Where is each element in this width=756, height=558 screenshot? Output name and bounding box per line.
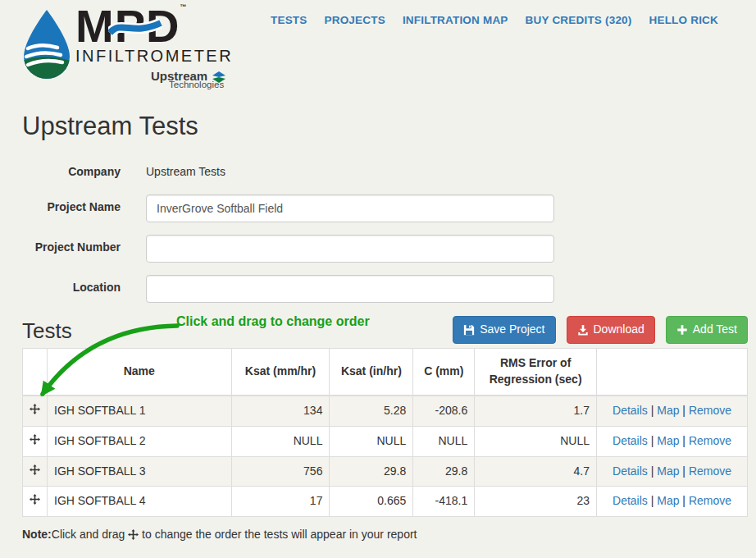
drag-handle[interactable] (23, 426, 48, 456)
row-actions: Details | Map | Remove (597, 396, 748, 426)
test-name: IGH SOFTBALL 3 (48, 456, 232, 487)
rms-value: NULL (475, 426, 597, 456)
company-label: Company (0, 159, 121, 178)
site-header: MPD™ INFILTROMETER Upstream Technolog (0, 0, 756, 92)
action-separator: | (651, 494, 654, 507)
ksat-in-value: 29.8 (330, 456, 413, 487)
c-mm-value: 29.8 (413, 456, 475, 487)
test-name: IGH SOFTBALL 4 (48, 487, 232, 517)
nav-infiltration-map[interactable]: INFILTRATION MAP (403, 14, 508, 26)
header-ksat-mm: Ksat (mm/hr) (231, 349, 330, 396)
ksat-mm-value: 17 (231, 487, 330, 517)
nav-tests[interactable]: TESTS (271, 14, 307, 26)
add-test-label: Add Test (693, 322, 737, 338)
rms-value: 1.7 (475, 396, 597, 426)
drag-order-annotation: Click and drag to change order (176, 314, 370, 329)
nav-projects[interactable]: PROJECTS (325, 14, 385, 26)
table-header-row: Name Ksat (mm/hr) Ksat (in/hr) C (mm) RM… (23, 349, 748, 396)
map-link[interactable]: Map (657, 434, 679, 447)
header-c-mm: C (mm) (413, 349, 475, 396)
rms-value: 4.7 (475, 456, 597, 487)
main-nav: TESTS PROJECTS INFILTRATION MAP BUY CRED… (271, 14, 718, 26)
row-actions: Details | Map | Remove (597, 426, 748, 456)
download-icon (577, 324, 589, 336)
move-icon (30, 434, 40, 445)
header-rms-error: RMS Error of Regression (sec) (475, 349, 597, 396)
company-value: Upstream Tests (146, 159, 225, 178)
remove-link[interactable]: Remove (689, 404, 731, 417)
note-label: Note: (22, 528, 52, 541)
details-link[interactable]: Details (613, 404, 648, 417)
nav-user-menu[interactable]: HELLO RICK (649, 14, 719, 26)
test-name: IGH SOFTBALL 2 (48, 426, 232, 456)
action-separator: | (651, 404, 654, 417)
tests-heading: Tests (22, 318, 72, 344)
move-icon (30, 464, 40, 475)
table-row: IGH SOFTBALL 1 134 5.28 -208.6 1.7 Detai… (23, 396, 748, 426)
map-link[interactable]: Map (657, 494, 679, 507)
note-text-before: Click and drag (52, 528, 125, 541)
add-test-button[interactable]: Add Test (666, 316, 748, 344)
move-icon (30, 404, 40, 414)
ksat-mm-value: NULL (231, 426, 330, 456)
row-actions: Details | Map | Remove (597, 456, 748, 487)
upstream-technologies-logo: Upstream Technologies (151, 69, 225, 89)
ksat-in-value: 5.28 (330, 396, 413, 426)
action-separator: | (682, 464, 685, 478)
save-project-label: Save Project (480, 322, 544, 338)
download-label: Download (594, 322, 644, 338)
remove-link[interactable]: Remove (689, 434, 731, 447)
page-title: Upstream Tests (22, 112, 756, 141)
drag-handle[interactable] (23, 456, 48, 487)
tests-table: Name Ksat (mm/hr) Ksat (in/hr) C (mm) RM… (22, 348, 748, 517)
header-handle (23, 349, 48, 396)
rms-value: 23 (475, 487, 597, 517)
test-name: IGH SOFTBALL 1 (48, 396, 232, 426)
location-label: Location (0, 275, 121, 303)
ksat-mm-value: 756 (231, 456, 330, 487)
note-text-after: to change the order the tests will appea… (142, 528, 417, 541)
c-mm-value: NULL (413, 426, 475, 456)
remove-link[interactable]: Remove (689, 464, 731, 478)
details-link[interactable]: Details (613, 434, 648, 447)
project-number-input[interactable] (146, 235, 554, 263)
project-name-input[interactable] (146, 194, 554, 222)
c-mm-value: -208.6 (413, 396, 475, 426)
project-name-label: Project Name (0, 194, 121, 222)
header-actions (597, 349, 748, 396)
action-separator: | (651, 464, 654, 478)
action-separator: | (682, 404, 685, 417)
header-name: Name (48, 349, 232, 396)
nav-buy-credits[interactable]: BUY CREDITS (320) (526, 14, 632, 26)
reorder-note: Note:Click and drag to change the order … (22, 528, 756, 541)
ksat-in-value: 0.665 (330, 487, 413, 517)
plus-icon (676, 324, 688, 336)
table-row: IGH SOFTBALL 3 756 29.8 29.8 4.7 Details… (23, 456, 748, 487)
action-separator: | (651, 434, 654, 447)
save-project-button[interactable]: Save Project (453, 316, 555, 344)
ksat-mm-value: 134 (231, 396, 330, 426)
details-link[interactable]: Details (613, 494, 648, 507)
action-separator: | (682, 494, 685, 507)
map-link[interactable]: Map (657, 464, 679, 478)
logo-wordmark: MPD (75, 0, 180, 52)
download-button[interactable]: Download (567, 316, 655, 344)
c-mm-value: -418.1 (413, 487, 475, 517)
location-input[interactable] (146, 275, 554, 303)
header-ksat-in: Ksat (in/hr) (330, 349, 413, 396)
save-icon (463, 324, 475, 336)
drag-handle[interactable] (23, 396, 48, 426)
table-row: IGH SOFTBALL 4 17 0.665 -418.1 23 Detail… (23, 487, 748, 517)
project-number-label: Project Number (0, 235, 121, 263)
remove-link[interactable]: Remove (689, 494, 731, 507)
drag-handle[interactable] (23, 487, 48, 517)
table-row: IGH SOFTBALL 2 NULL NULL NULL NULL Detai… (23, 426, 748, 456)
action-separator: | (682, 434, 685, 447)
map-link[interactable]: Map (657, 404, 679, 417)
row-actions: Details | Map | Remove (597, 487, 748, 517)
move-icon (128, 529, 139, 540)
water-drop-icon (23, 10, 71, 79)
details-link[interactable]: Details (613, 464, 648, 478)
page: MPD™ INFILTROMETER Upstream Technolog (0, 0, 756, 558)
move-icon (30, 494, 40, 505)
